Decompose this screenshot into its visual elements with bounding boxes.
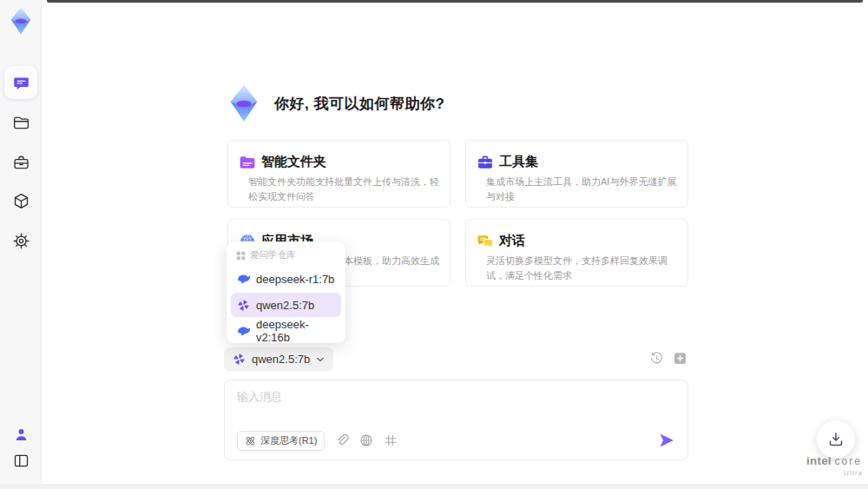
qwen-icon <box>237 299 250 312</box>
intel-brand-tier: Ultra <box>806 469 863 477</box>
greeting-text: 你好, 我可以如何帮助你? <box>274 94 444 114</box>
window-bottom-edge <box>0 484 868 489</box>
greeting: 你好, 我可以如何帮助你? <box>224 83 444 123</box>
card-title: 工具集 <box>499 154 538 170</box>
intel-core-logo: intel core Ultra <box>806 455 863 477</box>
sidebar-item-collapse[interactable] <box>4 444 37 477</box>
paperclip-icon[interactable] <box>335 433 349 447</box>
card-desc: 智能文件夹功能支持批量文件上传与清洗，轻松实现文件问答 <box>248 175 444 204</box>
deep-think-toggle[interactable]: 深度思考(R1) <box>237 431 325 451</box>
split-panel-icon <box>12 452 30 470</box>
model-dropdown-header: 爱问学仓库 <box>231 248 341 267</box>
sidebar-item-folders[interactable] <box>4 106 37 139</box>
toolset-icon <box>477 154 494 171</box>
chat-icon <box>12 74 30 92</box>
new-chat-icon[interactable] <box>673 351 687 366</box>
dialog-icon <box>477 233 494 250</box>
window-top-edge <box>47 0 863 3</box>
sidebar <box>0 0 42 489</box>
chat-header-actions <box>649 351 687 366</box>
model-dropdown-header-label: 爱问学仓库 <box>250 249 296 261</box>
card-desc: 灵活切换多模型文件，支持多样回复效果调试，满足个性化需求 <box>486 254 681 283</box>
settings-gear-icon <box>12 232 30 250</box>
model-option-deepseek-v2[interactable]: deepseek-v2:16b <box>231 319 341 343</box>
model-dropdown: 爱问学仓库 deepseek-r1:7b qwen2.5:7b deepseek… <box>227 241 345 343</box>
model-option-label: deepseek-r1:7b <box>256 273 334 286</box>
qwen-icon <box>233 353 246 366</box>
intel-brand-name: intel <box>806 454 832 467</box>
card-dialog[interactable]: 对话 灵活切换多模型文件，支持多样回复效果调试，满足个性化需求 <box>465 219 688 287</box>
sidebar-item-chat[interactable] <box>4 66 37 99</box>
model-selector[interactable]: qwen2.5:7b <box>224 347 333 371</box>
smart-folder-icon <box>239 154 256 171</box>
sidebar-item-toolset[interactable] <box>4 146 37 179</box>
app-window: 你好, 我可以如何帮助你? 智能文件夹 智能文件夹功能支持批量文件上传与清洗，轻… <box>0 0 868 489</box>
model-option-label: deepseek-v2:16b <box>256 318 335 344</box>
card-toolset[interactable]: 工具集 集成市场上主流工具，助力AI与外界无缝扩展与对接 <box>465 140 688 208</box>
deepseek-whale-icon <box>237 325 250 338</box>
card-desc: 集成市场上主流工具，助力AI与外界无缝扩展与对接 <box>486 175 681 204</box>
chevron-down-icon <box>316 355 325 364</box>
globe-icon[interactable] <box>359 433 373 447</box>
grid-hash-icon[interactable] <box>384 433 398 447</box>
history-icon[interactable] <box>649 351 664 366</box>
intel-brand-series: core <box>835 455 862 467</box>
repo-grid-icon <box>236 251 246 261</box>
composer-toolbar: 深度思考(R1) <box>237 430 675 451</box>
model-option-qwen[interactable]: qwen2.5:7b <box>231 293 341 317</box>
app-logo <box>6 6 36 36</box>
card-title: 智能文件夹 <box>261 154 326 170</box>
download-tray-icon <box>827 431 845 448</box>
sidebar-item-settings[interactable] <box>4 224 37 257</box>
model-option-deepseek-r1[interactable]: deepseek-r1:7b <box>231 267 341 291</box>
atom-icon <box>245 435 256 446</box>
deepseek-whale-icon <box>237 273 250 286</box>
deep-think-label: 深度思考(R1) <box>260 434 317 447</box>
send-icon[interactable] <box>658 432 675 449</box>
message-composer: 深度思考(R1) <box>224 380 688 460</box>
card-smart-folder[interactable]: 智能文件夹 智能文件夹功能支持批量文件上传与清洗，轻松实现文件问答 <box>227 140 450 208</box>
toolbox-icon <box>12 154 30 172</box>
model-option-label: qwen2.5:7b <box>256 299 314 312</box>
message-input[interactable] <box>237 389 671 424</box>
user-icon <box>12 426 30 444</box>
card-title: 对话 <box>499 233 525 249</box>
cube-icon <box>12 192 30 210</box>
folder-icon <box>12 114 30 132</box>
app-logo <box>224 83 264 123</box>
sidebar-item-app-market[interactable] <box>4 184 37 217</box>
download-button[interactable] <box>817 420 855 459</box>
model-selector-label: qwen2.5:7b <box>252 353 310 366</box>
